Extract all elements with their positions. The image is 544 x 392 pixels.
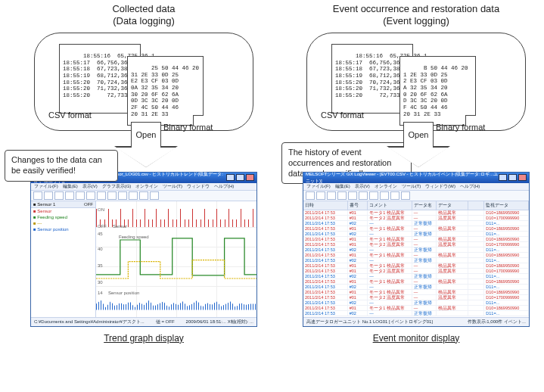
table-row[interactable]: 2011/2/14 17:53#02—正常復帰D11=... — [303, 300, 529, 306]
table-cell: 2011/2/14 17:53 — [303, 221, 348, 226]
table-row[interactable]: 2011/2/14 17:53#02—正常復帰D11=... — [303, 274, 529, 279]
menu-item[interactable]: ウィンドウ(W) — [425, 183, 455, 190]
col-header[interactable]: データ — [437, 201, 469, 210]
table-row[interactable]: 2011/2/14 17:53#01モータ1 検品異常—検品異常D10=1869… — [303, 279, 529, 285]
minimize-button[interactable] — [499, 174, 507, 181]
table-cell: — — [412, 306, 437, 310]
col-header[interactable]: コメント — [368, 201, 412, 210]
table-cell: #01 — [348, 210, 368, 215]
toolbar-button[interactable] — [316, 191, 325, 200]
table-cell: D11=... — [484, 258, 529, 263]
title-sub: (Data logging) — [15, 15, 272, 27]
close-button[interactable] — [518, 174, 527, 181]
toolbar-button[interactable] — [97, 191, 106, 200]
legend-row[interactable]: ■ Sensor position — [31, 226, 95, 232]
table-row[interactable]: 2011/2/14 17:53#01モータ2 温度異常—温度異常D10=1700… — [303, 242, 529, 247]
open-label: Open — [131, 122, 161, 148]
toolbar-button[interactable] — [54, 191, 64, 200]
table-row[interactable]: 2011/2/14 17:53#01モータ1 検品異常—検品異常D10=1869… — [303, 263, 529, 269]
toolbar-button[interactable] — [369, 191, 378, 200]
toolbar-button[interactable] — [129, 191, 138, 200]
legend-row[interactable]: ■ --- — [31, 220, 95, 226]
table-cell: — — [412, 237, 437, 241]
trend-plot[interactable]: ON OFF Sensor 45 Feeding speed 40 35 30 … — [96, 201, 256, 317]
title-sub: (Event logging) — [288, 15, 544, 27]
legend-row[interactable]: ■ Sensor — [31, 208, 95, 214]
table-row[interactable]: 2011/2/14 17:53#02—正常復帰D11=... — [303, 285, 529, 290]
menu-item[interactable]: ファイル(F) — [306, 183, 331, 190]
toolbar-button[interactable] — [150, 191, 159, 200]
window-buttons — [499, 174, 527, 181]
toolbar-button[interactable] — [401, 191, 410, 200]
toolbar-button[interactable] — [306, 191, 315, 200]
toolbar-button[interactable] — [337, 191, 347, 200]
table-row[interactable]: 2011/2/14 17:53#01モータ2 温度異常—温度異常D10=1700… — [303, 216, 529, 221]
table-cell: 正常復帰 — [412, 258, 437, 263]
y14: 14 — [98, 291, 103, 295]
menu-item[interactable]: 表示(V) — [355, 183, 370, 190]
menu-item[interactable]: オンライン — [135, 183, 158, 190]
col-header[interactable]: データ名 — [412, 201, 437, 210]
window-titlebar[interactable]: MELSOFTシリーズ GX LogViewer - [EVT00.CSV - … — [303, 173, 529, 183]
status-center: 値 = OFF — [156, 319, 175, 325]
toolbar-button[interactable] — [76, 191, 85, 200]
table-cell — [468, 311, 484, 316]
table-row[interactable]: 2011/2/14 17:53#01モータ1 検品異常—検品異常D10=1869… — [303, 306, 529, 311]
menu-item[interactable]: オンライン — [375, 183, 397, 190]
close-button[interactable] — [246, 174, 254, 181]
toolbar-button[interactable] — [65, 191, 74, 200]
toolbar-button[interactable] — [139, 191, 148, 200]
table-cell: 温度異常 — [437, 295, 469, 300]
col-header[interactable]: 監視データ — [484, 201, 529, 210]
table-row[interactable]: 2011/2/14 17:53#02—正常復帰D11=... — [303, 247, 529, 253]
table-row[interactable]: 2011/2/14 17:53#01モータ1 検品異常—検品異常D10=1869… — [303, 253, 529, 258]
table-cell — [437, 247, 469, 252]
col-header[interactable] — [468, 201, 484, 210]
toolbar-button[interactable] — [86, 191, 95, 200]
table-body[interactable]: 2011/2/14 17:53#01モータ1 検品異常—検品異常D10=1869… — [303, 210, 529, 317]
toolbar-button[interactable] — [44, 191, 53, 200]
menu-item[interactable]: グラフ表示(G) — [102, 183, 132, 190]
menu-item[interactable]: 編集(E) — [335, 183, 350, 190]
menu-item[interactable]: ヘルプ(H) — [460, 183, 480, 190]
table-row[interactable]: 2011/2/14 17:53#02—正常復帰D11=... — [303, 221, 529, 226]
toolbar-button[interactable] — [359, 191, 368, 200]
minimize-button[interactable] — [226, 174, 235, 181]
legend-row[interactable]: ■ Feeding speed — [31, 214, 95, 220]
table-row[interactable]: 2011/2/14 17:53#02—正常復帰D11=... — [303, 258, 529, 263]
maximize-button[interactable] — [236, 174, 244, 181]
col-header[interactable]: 番号 — [348, 201, 368, 210]
menu-item[interactable]: ファイル(F) — [34, 183, 58, 190]
table-cell: 検品異常 — [437, 279, 469, 284]
toolbar-button[interactable] — [118, 191, 127, 200]
toolbar-button[interactable] — [327, 191, 336, 200]
menu-item[interactable]: 表示(V) — [82, 183, 98, 190]
toolbar-button[interactable] — [390, 191, 399, 200]
table-row[interactable]: 2011/2/14 17:53#02—正常復帰D11=... — [303, 232, 529, 237]
menu-item[interactable]: ツール(T) — [402, 183, 421, 190]
table-row[interactable]: 2011/2/14 17:53#02—正常復帰D11=... — [303, 311, 529, 316]
table-row[interactable]: 2011/2/14 17:53#01モータ2 温度異常—温度異常D10=1700… — [303, 269, 529, 274]
toolbar-button[interactable] — [33, 191, 42, 200]
table-row[interactable]: 2011/2/14 17:53#01モータ1 検品異常—検品異常D10=1869… — [303, 290, 529, 295]
csv-label: CSV format — [321, 110, 364, 120]
maximize-button[interactable] — [508, 174, 517, 181]
menu-item[interactable]: 編集(E) — [63, 183, 78, 190]
table-cell: #01 — [348, 237, 368, 241]
table-cell: — — [368, 274, 412, 278]
table-row[interactable]: 2011/2/14 17:53#01モータ1 検品異常—検品異常D10=1869… — [303, 226, 529, 232]
table-cell: D10=1700999990 — [484, 216, 529, 220]
table-row[interactable]: 2011/2/14 17:53#01モータ1 検品異常—検品異常D10=1869… — [303, 210, 529, 216]
table-row[interactable]: 2011/2/14 17:53#01モータ1 検品異常—検品異常D10=1869… — [303, 237, 529, 242]
toolbar-button[interactable] — [107, 191, 117, 200]
toolbar-button[interactable] — [348, 191, 357, 200]
table-cell: 正常復帰 — [412, 232, 437, 236]
menu-item[interactable]: ウィンドウ — [187, 183, 210, 190]
right-file-cloud: 18:55:16 65,725,36,1 18:55:17 66,756,36,… — [306, 33, 526, 131]
table-row[interactable]: 2011/2/14 17:53#01モータ2 温度異常—温度異常D10=1700… — [303, 295, 529, 300]
col-header[interactable]: 日時 — [303, 201, 348, 210]
toolbar-button[interactable] — [380, 191, 389, 200]
menu-item[interactable]: ヘルプ(H) — [214, 183, 234, 190]
menu-item[interactable]: ツール(T) — [163, 183, 182, 190]
app-body: ■ Sensor 1 OFF ■ Sensor ■ Feeding speed … — [31, 201, 256, 317]
